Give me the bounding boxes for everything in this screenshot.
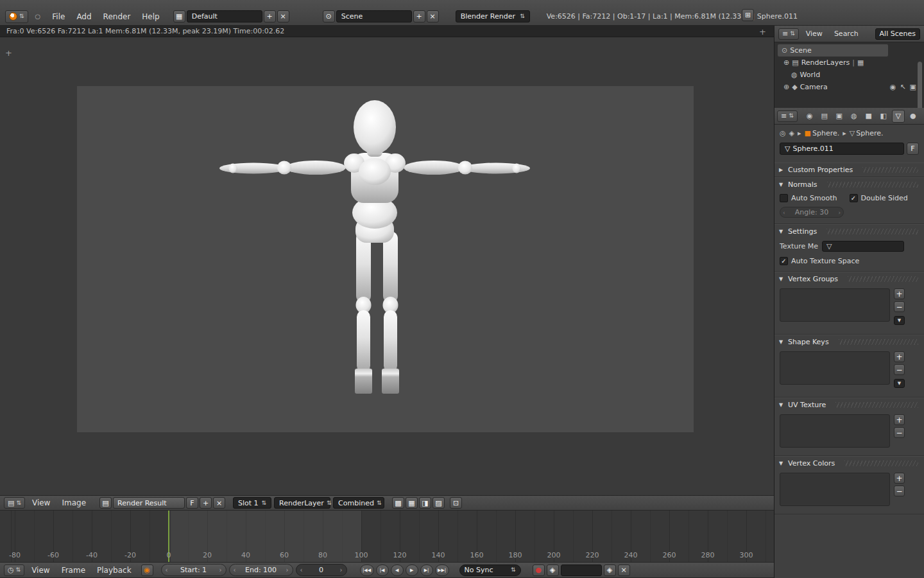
vertex-group-specials-button[interactable]: ▼ xyxy=(894,316,905,325)
panel-header-custom-properties[interactable]: ▶ Custom Properties xyxy=(774,163,924,177)
menu-image[interactable]: Image xyxy=(57,498,90,507)
region-expand-icon[interactable]: + xyxy=(759,28,766,36)
panel-header-shape-keys[interactable]: ▼ Shape Keys xyxy=(774,335,924,349)
jump-to-end-button[interactable]: ▶▶| xyxy=(435,565,449,576)
menu-playback[interactable]: Playback xyxy=(92,566,136,575)
breadcrumb-data[interactable]: ▽ Sphere. xyxy=(850,129,884,137)
render-restrict-camera-icon[interactable]: ▣ xyxy=(910,83,916,91)
channels-alpha-icon[interactable]: ◨ xyxy=(419,497,431,509)
menu-view[interactable]: View xyxy=(801,30,827,38)
tab-world-icon[interactable]: ◍ xyxy=(848,110,860,123)
screen-layout-browse-button[interactable]: ▦ xyxy=(173,10,185,22)
timeline-track[interactable]: -80 -60 -40 -20 0 20 40 60 80 100 120 14… xyxy=(0,511,774,562)
decrement-icon[interactable]: ‹ xyxy=(234,566,236,574)
keying-set-icon[interactable]: ◈ xyxy=(547,565,559,576)
add-vertex-group-button[interactable]: + xyxy=(894,288,905,299)
unlink-image-button[interactable]: × xyxy=(213,497,225,509)
panel-header-vertex-colors[interactable]: ▼ Vertex Colors xyxy=(774,457,924,470)
increment-icon[interactable]: › xyxy=(340,566,343,574)
increment-icon[interactable]: › xyxy=(219,566,222,574)
menu-file[interactable]: File xyxy=(47,12,69,21)
jump-to-start-button[interactable]: |◀◀ xyxy=(360,565,374,576)
menu-add[interactable]: Add xyxy=(72,12,96,21)
panel-header-settings[interactable]: ▼ Settings xyxy=(774,225,924,238)
panel-header-uv-texture[interactable]: ▼ UV Texture xyxy=(774,398,924,412)
fake-user-button[interactable]: F xyxy=(186,497,198,509)
menu-render[interactable]: Render xyxy=(99,12,135,21)
slot-select[interactable]: Slot 1 ⇅ xyxy=(233,497,271,509)
outliner-item-scene[interactable]: ⊙ Scene xyxy=(778,44,888,57)
toolshelf-expand-icon[interactable]: + xyxy=(5,49,12,57)
channels-zbuffer-icon[interactable]: ▨ xyxy=(432,497,445,509)
editor-type-select-info[interactable]: ⇅ xyxy=(5,10,28,23)
tab-material-icon[interactable]: ● xyxy=(907,110,920,123)
sync-mode-select[interactable]: No Sync ⇅ xyxy=(459,565,521,576)
channels-color-alpha-icon[interactable]: ▩ xyxy=(392,497,404,509)
breadcrumb-object[interactable]: ■ Sphere. xyxy=(805,129,840,137)
outliner-display-mode-select[interactable]: All Scenes xyxy=(875,28,920,40)
play-reverse-button[interactable]: ◀ xyxy=(391,565,404,576)
screen-layout-add-button[interactable]: + xyxy=(264,10,276,22)
panel-header-vertex-groups[interactable]: ▼ Vertex Groups xyxy=(774,272,924,286)
play-button[interactable]: ▶ xyxy=(406,565,418,576)
screen-layout-name-field[interactable]: Default xyxy=(187,10,262,22)
menu-frame[interactable]: Frame xyxy=(57,566,90,575)
menu-help[interactable]: Help xyxy=(137,12,164,21)
scene-name-field[interactable]: Scene xyxy=(336,10,412,22)
increment-icon[interactable]: › xyxy=(286,566,289,574)
start-frame-field[interactable]: ‹ Start: 1 › xyxy=(161,564,227,576)
tab-render-layers-icon[interactable]: ▤ xyxy=(818,110,831,123)
vertex-colors-list[interactable] xyxy=(780,473,890,506)
add-shape-key-button[interactable]: + xyxy=(894,351,905,362)
texture-mesh-field[interactable]: ▽ xyxy=(822,241,904,252)
scene-delete-button[interactable]: × xyxy=(427,10,439,22)
add-uv-map-button[interactable]: + xyxy=(894,414,905,425)
outliner-item-camera[interactable]: ⊕ ◆ Camera ◉ ↖ ▣ xyxy=(774,81,924,93)
copy-image-icon[interactable]: ⊡ xyxy=(450,497,462,509)
tab-object-icon[interactable]: ■ xyxy=(862,110,875,123)
fake-user-button[interactable]: F xyxy=(907,143,919,155)
mesh-name-field[interactable]: ▽ Sphere.011 xyxy=(780,143,904,155)
active-keying-set-select[interactable] xyxy=(561,565,602,576)
panel-header-normals[interactable]: ▼ Normals xyxy=(774,178,924,191)
channels-color-icon[interactable]: ▦ xyxy=(406,497,418,509)
tab-modifiers-icon[interactable]: ◧ xyxy=(877,110,890,123)
insert-keyframe-icon[interactable]: ◈ xyxy=(604,565,616,576)
tab-object-data-icon[interactable]: ▽ xyxy=(892,110,905,123)
record-button[interactable]: ● xyxy=(533,565,545,576)
shape-key-specials-button[interactable]: ▼ xyxy=(894,379,905,388)
window-duplicate-icon[interactable]: ⊞ xyxy=(742,9,754,21)
render-restrict-icon[interactable]: ▦ xyxy=(857,58,864,67)
pin-icon[interactable]: ◎ xyxy=(780,129,786,137)
add-vertex-color-button[interactable]: + xyxy=(894,473,905,484)
image-name-field[interactable]: Render Result xyxy=(113,497,185,509)
collapse-menus-icon[interactable]: ○ xyxy=(31,13,46,20)
menu-view[interactable]: View xyxy=(27,566,54,575)
tab-scene-icon[interactable]: ▣ xyxy=(833,110,846,123)
selectable-cursor-icon[interactable]: ↖ xyxy=(900,83,905,91)
auto-smooth-checkbox[interactable]: Auto Smooth xyxy=(780,194,850,202)
editor-type-select-properties[interactable]: ≡ ⇅ xyxy=(777,110,798,122)
remove-vertex-color-button[interactable]: − xyxy=(894,486,905,496)
remove-vertex-group-button[interactable]: − xyxy=(894,301,905,312)
current-frame-field[interactable]: ‹ 0 › xyxy=(296,564,347,576)
auto-texture-space-checkbox[interactable]: ✓ Auto Texture Space xyxy=(780,257,859,265)
scene-browse-button[interactable]: ⊙ xyxy=(323,10,335,22)
scene-add-button[interactable]: + xyxy=(413,10,425,22)
double-sided-checkbox[interactable]: ✓ Double Sided xyxy=(850,194,908,202)
image-editor-canvas[interactable]: + xyxy=(0,37,774,495)
delete-keyframe-icon[interactable]: × xyxy=(618,565,630,576)
outliner-item-renderlayers[interactable]: ⊕ ▤ RenderLayers | ▦ xyxy=(774,57,924,69)
render-engine-select[interactable]: Blender Render ⇅ xyxy=(456,10,530,22)
visibility-eye-icon[interactable]: ◉ xyxy=(890,83,896,91)
shape-keys-list[interactable] xyxy=(780,351,890,385)
menu-search[interactable]: Search xyxy=(830,30,863,38)
decrement-icon[interactable]: ‹ xyxy=(166,566,168,574)
remove-shape-key-button[interactable]: − xyxy=(894,364,905,375)
end-frame-field[interactable]: ‹ End: 100 › xyxy=(229,564,293,576)
angle-slider[interactable]: ‹ Angle: 30 › xyxy=(780,207,844,218)
render-pass-select[interactable]: Combined ⇅ xyxy=(333,497,384,509)
use-preview-range-icon[interactable]: ◉ xyxy=(141,565,153,576)
new-image-button[interactable]: + xyxy=(200,497,212,509)
remove-uv-map-button[interactable]: − xyxy=(894,427,905,438)
